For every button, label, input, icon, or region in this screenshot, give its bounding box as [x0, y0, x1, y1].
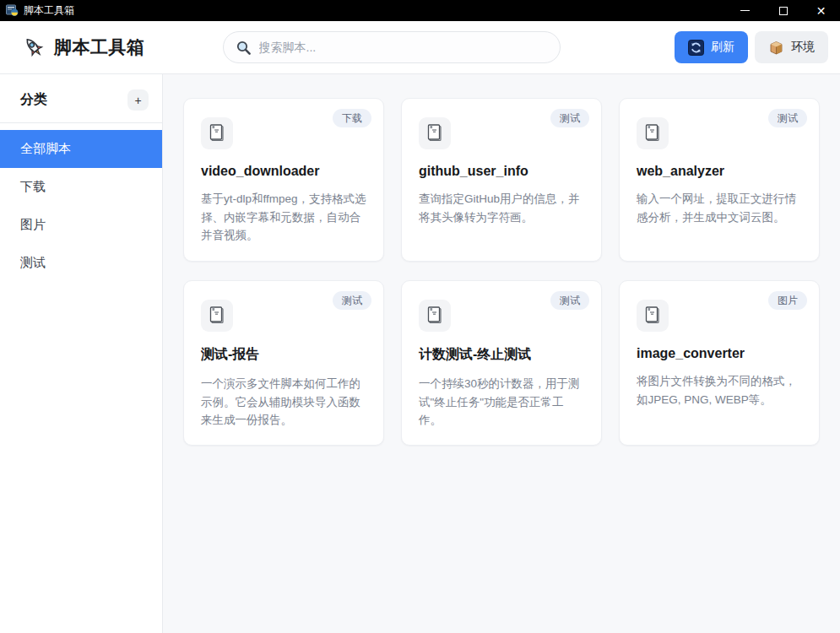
header-actions: 刷新 环境 [675, 31, 828, 63]
refresh-button[interactable]: 刷新 [675, 31, 748, 63]
app-logo: 脚本工具箱 [22, 35, 145, 59]
notebook-icon [643, 306, 662, 326]
sidebar: 分类 + 全部脚本 下载 图片 测试 [0, 74, 163, 633]
refresh-button-label: 刷新 [711, 40, 734, 55]
notebook-icon [425, 306, 444, 326]
main-content: 下载 video_downloader 基于yt-dlp和ffmpeg，支持格式… [163, 74, 840, 633]
script-description: 查询指定GitHub用户的信息，并将其头像转为字符画。 [419, 190, 584, 226]
script-icon-wrap [201, 117, 233, 149]
search-icon [236, 40, 252, 56]
sidebar-title: 分类 [20, 91, 47, 109]
sidebar-divider [0, 122, 162, 123]
script-icon-wrap [637, 117, 669, 149]
sidebar-item-label: 测试 [20, 255, 46, 271]
maximize-button[interactable] [764, 0, 802, 21]
script-card[interactable]: 下载 video_downloader 基于yt-dlp和ffmpeg，支持格式… [183, 98, 384, 262]
sidebar-item[interactable]: 全部脚本 [0, 130, 162, 168]
sidebar-item[interactable]: 图片 [0, 206, 162, 244]
script-card[interactable]: 测试 github_user_info 查询指定GitHub用户的信息，并将其头… [401, 98, 602, 262]
script-icon-wrap [637, 300, 669, 332]
environment-button[interactable]: 环境 [755, 31, 828, 63]
category-badge: 图片 [768, 291, 807, 310]
app-body: 分类 + 全部脚本 下载 图片 测试 下载 [0, 74, 840, 633]
window-controls: ✕ [726, 0, 840, 21]
sidebar-header: 分类 + [0, 89, 162, 111]
app-header: 脚本工具箱 刷新 [0, 21, 840, 74]
script-description: 基于yt-dlp和ffmpeg，支持格式选择、内嵌字幕和元数据，自动合并音视频。 [201, 190, 366, 245]
category-badge: 测试 [550, 291, 589, 310]
maximize-icon [779, 7, 788, 15]
notebook-icon [425, 123, 444, 143]
category-badge: 下载 [333, 109, 371, 127]
sidebar-item[interactable]: 下载 [0, 168, 162, 206]
script-title: video_downloader [201, 164, 366, 179]
add-category-button[interactable]: + [127, 89, 149, 111]
rocket-icon [22, 35, 46, 59]
notebook-icon [643, 123, 662, 143]
script-title: 计数测试-终止测试 [419, 346, 584, 364]
script-title: 测试-报告 [201, 346, 366, 364]
titlebar-left: 脚本工具箱 [0, 3, 726, 18]
app-window-icon [6, 4, 19, 17]
notebook-icon [208, 123, 226, 143]
script-card[interactable]: 测试 计数测试-终止测试 一个持续30秒的计数器，用于测试"终止任务"功能是否正… [401, 280, 602, 446]
script-description: 一个持续30秒的计数器，用于测试"终止任务"功能是否正常工作。 [419, 375, 584, 430]
environment-button-label: 环境 [791, 40, 815, 55]
category-badge: 测试 [768, 109, 807, 127]
refresh-icon [688, 40, 704, 56]
sidebar-item-label: 全部脚本 [20, 141, 71, 157]
plus-icon: + [134, 94, 141, 107]
script-title: image_converter [637, 346, 802, 361]
minimize-icon [740, 10, 750, 11]
sidebar-item-label: 下载 [20, 179, 46, 195]
script-card[interactable]: 测试 web_analyzer 输入一个网址，提取正文进行情感分析，并生成中文词… [619, 98, 820, 262]
window-titlebar[interactable]: 脚本工具箱 ✕ [0, 0, 840, 21]
script-card-grid: 下载 video_downloader 基于yt-dlp和ffmpeg，支持格式… [183, 98, 820, 446]
package-icon [768, 40, 784, 56]
sidebar-nav: 全部脚本 下载 图片 测试 [0, 130, 162, 282]
script-description: 一个演示多文件脚本如何工作的示例。它会从辅助模块导入函数来生成一份报告。 [201, 375, 366, 430]
page-title: 脚本工具箱 [54, 35, 145, 59]
script-description: 输入一个网址，提取正文进行情感分析，并生成中文词云图。 [637, 190, 802, 226]
search-box[interactable] [223, 31, 561, 63]
category-badge: 测试 [550, 109, 589, 127]
script-icon-wrap [201, 300, 233, 332]
script-card[interactable]: 测试 测试-报告 一个演示多文件脚本如何工作的示例。它会从辅助模块导入函数来生成… [183, 280, 384, 446]
close-icon: ✕ [816, 5, 826, 17]
category-badge: 测试 [333, 291, 371, 310]
minimize-button[interactable] [726, 0, 764, 21]
sidebar-item[interactable]: 测试 [0, 244, 162, 282]
script-icon-wrap [419, 300, 451, 332]
search-input[interactable] [259, 41, 548, 54]
window-title: 脚本工具箱 [24, 3, 74, 18]
script-title: web_analyzer [637, 164, 802, 179]
close-button[interactable]: ✕ [802, 0, 840, 21]
script-description: 将图片文件转换为不同的格式，如JPEG, PNG, WEBP等。 [637, 372, 802, 408]
script-card[interactable]: 图片 image_converter 将图片文件转换为不同的格式，如JPEG, … [619, 280, 820, 446]
sidebar-item-label: 图片 [20, 217, 46, 233]
script-icon-wrap [419, 117, 451, 149]
script-title: github_user_info [419, 164, 584, 179]
notebook-icon [208, 306, 226, 326]
